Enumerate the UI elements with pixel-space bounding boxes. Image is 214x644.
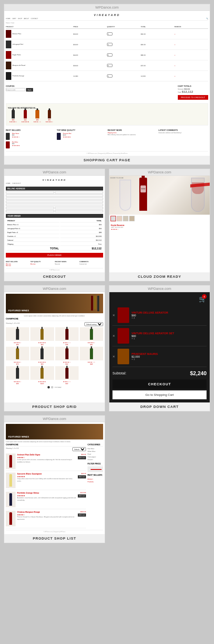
add-to-cart-btn[interactable]: Add to cart (78, 475, 86, 478)
list-item-image-2[interactable] (6, 473, 16, 488)
sidebar-item[interactable]: Red Wine (88, 447, 103, 450)
next-page-link[interactable]: next page (54, 386, 61, 388)
add-to-cart-btn[interactable]: Add to cart (78, 456, 86, 459)
product-image[interactable] (30, 366, 54, 380)
company-input[interactable] (6, 194, 103, 197)
wine-bottle-icon (24, 110, 27, 118)
nav-home[interactable]: HOME (6, 182, 11, 184)
list-sort-select[interactable]: Default (72, 447, 86, 451)
list-item-name-1[interactable]: Antinori Pian Delle Vigne (17, 453, 76, 456)
address-input[interactable] (6, 204, 103, 206)
checkout-btn[interactable]: CHECKOUT (112, 379, 207, 389)
thumbnail-2[interactable] (117, 216, 122, 221)
remove-btn[interactable]: × (174, 33, 208, 35)
item-stars: ★★★★★ (63, 136, 71, 138)
thumbnail-4[interactable] (129, 216, 135, 221)
product-image[interactable] (55, 347, 79, 360)
product-main-image[interactable]: KOYLE HOVER TO ZOOM (109, 176, 210, 215)
product-image[interactable] (6, 327, 29, 341)
bs-item[interactable]: Wine item (6, 265, 30, 266)
nav-home[interactable]: HOME (6, 18, 11, 19)
dropdown-cart-label: DROP DOWN CART (109, 402, 210, 411)
product-image[interactable] (6, 366, 29, 380)
cart-item-details-3: PRAESENT MAURIS $2,000 × 1 (132, 353, 158, 360)
go-to-cart-btn[interactable]: Go to Shopping Cart (112, 390, 207, 399)
list-item: Chateau Margaux Rouge ★★★★☆ Premier Gran… (6, 509, 86, 528)
nav-shop[interactable]: SHOP (18, 18, 22, 19)
cart-item-price-3: $2,000 (132, 355, 158, 358)
product-image[interactable] (55, 366, 79, 380)
bottle-icon (65, 348, 68, 359)
zip-input[interactable] (6, 210, 54, 212)
sidebar-item[interactable]: White Wine (88, 450, 103, 453)
list-item-image-4[interactable] (6, 511, 16, 526)
list-item-name-3[interactable]: Penfolds Grange Shiraz (17, 492, 76, 494)
add-to-cart-btn[interactable]: Add to cart (78, 494, 86, 498)
qty-input[interactable] (107, 53, 112, 56)
remove-btn[interactable]: × (174, 75, 208, 77)
remove-btn[interactable]: × (174, 65, 208, 67)
page-2[interactable] (51, 386, 53, 388)
nav-checkout[interactable]: CHECKOUT (12, 182, 21, 184)
qty-input[interactable] (107, 74, 112, 78)
cart-item-name-2: VINTURI DELUXE AERATOR SET (132, 332, 174, 335)
wine-bottle-icon (12, 110, 15, 118)
sidebar-item[interactable]: Champagne (88, 455, 103, 458)
qty-input[interactable] (107, 32, 112, 35)
nav-cart[interactable]: CART (12, 18, 16, 19)
product-grid-content: FEATURED WINES Lorem ipsum dolor sit ame… (4, 292, 105, 390)
place-order-btn[interactable]: PLACE ORDER (6, 253, 103, 258)
list-item-name-4[interactable]: Chateau Margaux Rouge (17, 511, 76, 513)
country-input[interactable] (55, 210, 103, 212)
nav-contact[interactable]: CONTACT (31, 18, 38, 19)
bottle-icon (9, 474, 12, 487)
phone-input[interactable] (6, 201, 103, 203)
state-input[interactable] (55, 207, 103, 209)
sidebar-bs-item[interactable]: Antinori (88, 478, 103, 480)
qty-input[interactable] (107, 43, 112, 46)
thumbnail-3[interactable] (123, 216, 128, 221)
shopping-cart-label: SHOPPING CART PAGE (4, 156, 210, 164)
sidebar-item[interactable]: Dessert (88, 458, 103, 461)
product-image[interactable] (30, 327, 54, 341)
list-item-name-2[interactable]: Sancerre Blanc Sauvignon (17, 473, 76, 475)
sidebar-item[interactable]: Rosé (88, 453, 103, 455)
product-price: $52 (55, 363, 79, 365)
product-image[interactable] (55, 327, 79, 341)
sort-select[interactable]: Default sorting (84, 322, 103, 326)
remove-btn[interactable]: × (174, 54, 208, 56)
product-grid-header: WPDance.com (4, 286, 105, 292)
product-image[interactable] (6, 347, 29, 360)
remove-item-3-btn[interactable]: ✕ (112, 355, 115, 358)
proceed-checkout-btn[interactable]: PROCEED TO CHECKOUT (178, 95, 208, 100)
remove-item-1-btn[interactable]: ✕ (112, 314, 115, 317)
coupon-input[interactable] (6, 88, 25, 91)
add-to-cart-btn[interactable]: Add to cart (78, 513, 86, 517)
apply-coupon-btn[interactable]: Apply (26, 88, 33, 92)
product-name: Bogle Petite (6, 51, 73, 59)
sidebar-bs-item[interactable]: Penfolds (88, 480, 103, 483)
qty-input[interactable] (107, 64, 112, 67)
email-input[interactable] (6, 198, 103, 200)
price-filter-slider[interactable] (88, 466, 103, 472)
product-card: ★★★★★ $110 (30, 366, 54, 385)
nav-search-icon[interactable]: 🔍 (206, 18, 208, 19)
last-name-input[interactable] (55, 191, 103, 194)
list-item: Sancerre Blanc Sauvignon ★★★★★ Crisp whi… (6, 471, 86, 490)
tq-item[interactable]: Wine item (30, 263, 54, 265)
remove-item-2-btn[interactable]: ✕ (112, 334, 115, 338)
news-title[interactable]: Shipping times (108, 132, 158, 134)
product-card: ★★★★☆ $36 (6, 366, 29, 385)
list-item-image-1[interactable] (6, 453, 16, 469)
thumbnail-1[interactable] (111, 216, 116, 221)
list-item-image-3[interactable] (6, 492, 16, 507)
first-name-input[interactable] (6, 191, 54, 194)
remove-btn[interactable]: × (174, 44, 208, 46)
product-image[interactable] (80, 327, 103, 341)
product-image[interactable] (80, 347, 103, 360)
total-col-header: TOTAL (60, 219, 102, 222)
city-input[interactable] (6, 207, 54, 209)
product-image[interactable] (30, 347, 54, 360)
nav-about[interactable]: ABOUT (24, 18, 29, 19)
page-1[interactable] (47, 386, 50, 388)
